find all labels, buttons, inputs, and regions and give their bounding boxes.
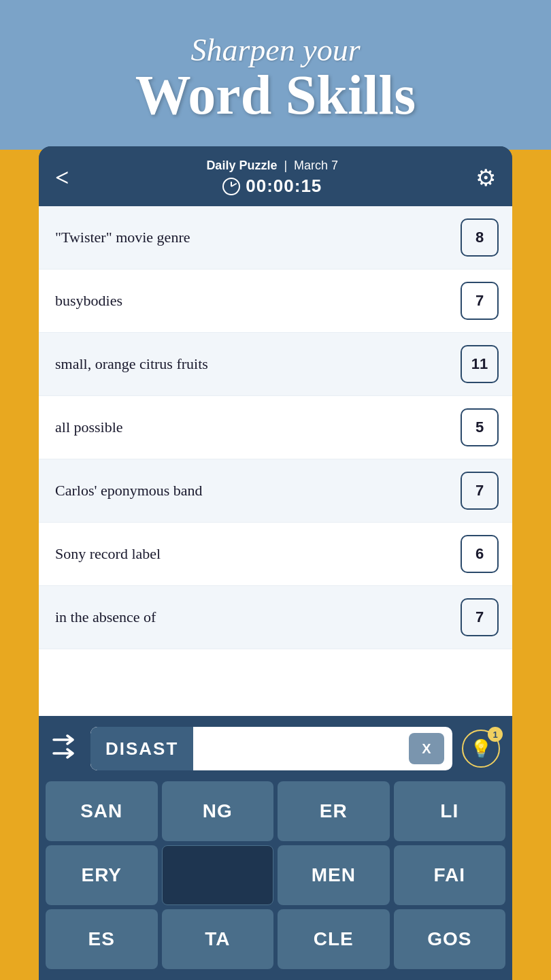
clue-row[interactable]: "Twister" movie genre 8 bbox=[39, 206, 512, 270]
clue-row[interactable]: small, orange citrus fruits 11 bbox=[39, 333, 512, 396]
delete-icon: X bbox=[422, 741, 431, 757]
timer-display: 00:00:15 bbox=[246, 176, 322, 197]
puzzle-info: Daily Puzzle | March 7 00:00:15 bbox=[206, 159, 338, 197]
clue-text: Sony record label bbox=[55, 544, 461, 564]
clue-text: Carlos' eponymous band bbox=[55, 481, 461, 501]
clue-badge: 5 bbox=[461, 408, 499, 446]
hint-button[interactable]: 💡 1 bbox=[462, 730, 500, 768]
header-area: Sharpen your Word Skills bbox=[0, 0, 551, 150]
shuffle-button[interactable] bbox=[51, 734, 81, 764]
answer-input-container: DISAST X bbox=[90, 727, 452, 770]
header-title: Word Skills bbox=[135, 67, 416, 123]
clue-badge: 6 bbox=[461, 535, 499, 573]
clue-text: busybodies bbox=[55, 291, 461, 311]
game-card: < Daily Puzzle | March 7 00:00:15 ⚙ "Twi… bbox=[39, 146, 512, 980]
key-ery[interactable]: ERY bbox=[46, 845, 158, 905]
clue-badge: 11 bbox=[461, 345, 499, 383]
puzzle-label: Daily Puzzle bbox=[206, 159, 277, 173]
puzzle-divider: | bbox=[284, 159, 287, 173]
timer-row: 00:00:15 bbox=[222, 176, 322, 197]
key-er[interactable]: ER bbox=[278, 781, 390, 841]
input-area: DISAST X 💡 1 bbox=[39, 716, 512, 781]
answer-display: DISAST bbox=[105, 738, 178, 760]
key-men[interactable]: MEN bbox=[278, 845, 390, 905]
settings-button[interactable]: ⚙ bbox=[475, 164, 496, 191]
clue-row[interactable]: Carlos' eponymous band 7 bbox=[39, 459, 512, 523]
clue-text: in the absence of bbox=[55, 608, 461, 627]
clue-text: small, orange citrus fruits bbox=[55, 355, 461, 374]
clue-row[interactable]: in the absence of 7 bbox=[39, 586, 512, 649]
keyboard-row-1: SAN NG ER LI bbox=[46, 781, 505, 841]
key-san[interactable]: SAN bbox=[46, 781, 158, 841]
clue-row[interactable]: all possible 5 bbox=[39, 396, 512, 459]
key-cle[interactable]: CLE bbox=[278, 909, 390, 969]
delete-button[interactable]: X bbox=[409, 733, 444, 764]
key-ng[interactable]: NG bbox=[162, 781, 274, 841]
keyboard-grid: SAN NG ER LI ERY MEN FAI ES TA CLE GOS bbox=[39, 781, 512, 980]
clock-icon bbox=[222, 178, 240, 195]
key-empty bbox=[162, 845, 274, 905]
back-button[interactable]: < bbox=[55, 165, 69, 190]
clue-badge: 7 bbox=[461, 472, 499, 510]
answer-text-box: DISAST bbox=[90, 727, 193, 770]
clue-row[interactable]: busybodies 7 bbox=[39, 270, 512, 333]
clue-text: all possible bbox=[55, 418, 461, 438]
hint-count-badge: 1 bbox=[488, 727, 503, 742]
clue-row[interactable]: Sony record label 6 bbox=[39, 523, 512, 586]
clue-badge: 8 bbox=[461, 218, 499, 257]
key-es[interactable]: ES bbox=[46, 909, 158, 969]
key-li[interactable]: LI bbox=[394, 781, 506, 841]
key-ta[interactable]: TA bbox=[162, 909, 274, 969]
clues-list: "Twister" movie genre 8 busybodies 7 sma… bbox=[39, 206, 512, 716]
lightbulb-icon: 💡 bbox=[470, 738, 492, 760]
puzzle-date: March 7 bbox=[294, 159, 338, 173]
key-fai[interactable]: FAI bbox=[394, 845, 506, 905]
keyboard-row-3: ES TA CLE GOS bbox=[46, 909, 505, 969]
clue-badge: 7 bbox=[461, 282, 499, 320]
keyboard-row-2: ERY MEN FAI bbox=[46, 845, 505, 905]
clue-text: "Twister" movie genre bbox=[55, 228, 461, 248]
clue-badge: 7 bbox=[461, 598, 499, 636]
key-gos[interactable]: GOS bbox=[394, 909, 506, 969]
top-bar: < Daily Puzzle | March 7 00:00:15 ⚙ bbox=[39, 146, 512, 206]
header-subtitle: Sharpen your bbox=[190, 33, 360, 68]
